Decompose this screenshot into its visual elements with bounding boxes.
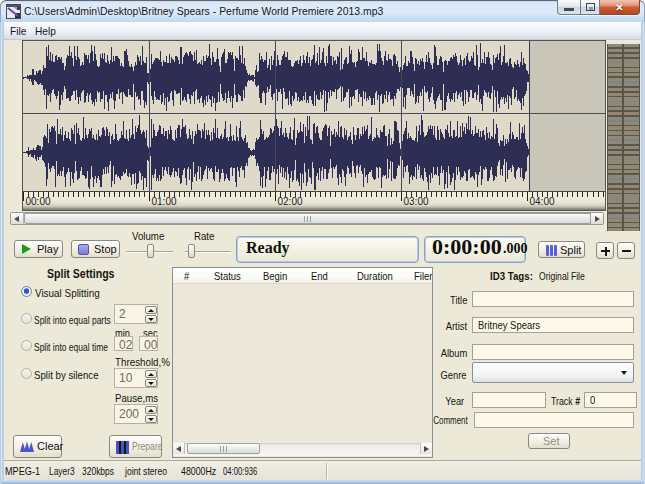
svg-text:03:00: 03:00 [404, 196, 429, 207]
svg-text:01:00: 01:00 [152, 196, 177, 207]
svg-text:04:00: 04:00 [530, 196, 555, 207]
svg-text:02:00: 02:00 [278, 196, 303, 207]
svg-text:00:00: 00:00 [26, 196, 51, 207]
